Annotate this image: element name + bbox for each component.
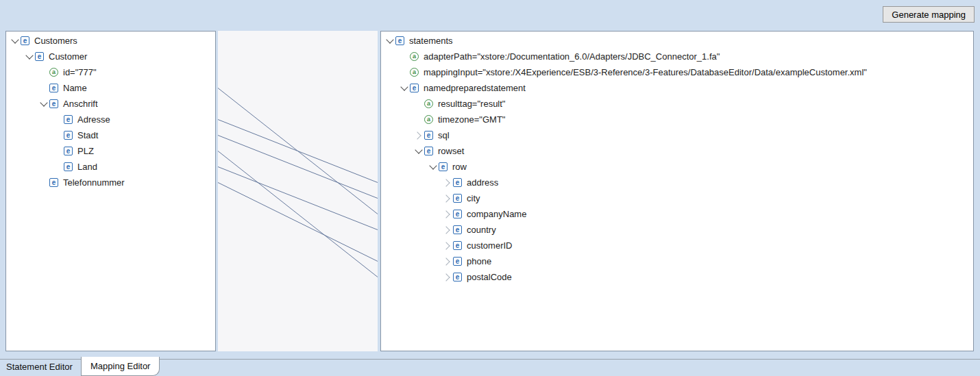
mapping-line-adresse-to-address[interactable]: [218, 120, 378, 183]
mapping-editor-window: Generate mapping eCustomerseCustomeraid=…: [0, 0, 980, 376]
chevron-spacer: [398, 49, 410, 64]
tree-row-city[interactable]: ecity: [381, 190, 973, 206]
tree-node-label: sql: [437, 130, 450, 140]
element-icon: e: [49, 99, 58, 108]
chevron-down-icon[interactable]: [427, 159, 439, 175]
tree-node-label: statements: [408, 36, 453, 46]
element-icon: e: [453, 257, 462, 266]
editor-tab-bar: Statement Editor Mapping Editor: [0, 357, 980, 376]
element-icon: e: [64, 147, 73, 155]
tree-row-plz[interactable]: ePLZ: [6, 143, 215, 159]
tree-node-label: city: [466, 193, 480, 203]
element-icon: e: [453, 194, 462, 203]
tree-node-label: row: [452, 162, 467, 172]
element-icon: e: [21, 36, 29, 45]
tree-row-adresse[interactable]: eAdresse: [6, 112, 215, 127]
mapping-line-land-to-country[interactable]: [218, 167, 378, 230]
attribute-icon: a: [410, 68, 419, 77]
tree-node-label: country: [466, 225, 496, 235]
tree-row-statements[interactable]: estatements: [381, 33, 973, 49]
tab-mapping-editor[interactable]: Mapping Editor: [81, 357, 160, 376]
element-icon: e: [64, 162, 73, 171]
chevron-right-icon[interactable]: [441, 269, 453, 285]
tree-row-customerid[interactable]: ecustomerID: [381, 238, 973, 253]
tree-row-resulttag-result[interactable]: aresulttag="result": [381, 96, 973, 112]
tab-statement-editor[interactable]: Statement Editor: [0, 357, 79, 376]
chevron-down-icon[interactable]: [384, 33, 395, 49]
mapping-line-stadt-to-city[interactable]: [218, 136, 378, 199]
tree-row-country[interactable]: ecountry: [381, 222, 973, 238]
tree-node-label: companyName: [466, 209, 526, 219]
tree-node-label: mappingInput="xstore:/X4Experience/ESB/3…: [423, 67, 867, 77]
tree-row-rowset[interactable]: erowset: [381, 143, 973, 159]
chevron-right-icon[interactable]: [441, 206, 453, 222]
tree-node-label: Customers: [34, 36, 77, 46]
chevron-spacer: [52, 159, 64, 175]
element-icon: e: [49, 178, 58, 187]
tree-row-namedpreparedstatement[interactable]: enamedpreparedstatement: [381, 80, 973, 96]
chevron-right-icon[interactable]: [441, 238, 453, 253]
tree-node-label: customerID: [466, 240, 512, 251]
tree-row-telefonnummer[interactable]: eTelefonnummer: [6, 175, 215, 190]
chevron-spacer: [52, 112, 64, 127]
tree-row-sql[interactable]: esql: [381, 127, 973, 143]
chevron-spacer: [52, 127, 64, 143]
chevron-right-icon[interactable]: [441, 175, 453, 190]
source-tree-panel: eCustomerseCustomeraid="777"eNameeAnschr…: [5, 31, 216, 351]
tree-row-address[interactable]: eaddress: [381, 175, 973, 190]
tree-node-label: namedpreparedstatement: [423, 83, 526, 93]
chevron-right-icon[interactable]: [441, 190, 453, 206]
tree-row-anschrift[interactable]: eAnschrift: [6, 96, 215, 112]
tree-row-mappinginput-xstore-x4experience-esb-3-r[interactable]: amappingInput="xstore:/X4Experience/ESB/…: [381, 64, 973, 80]
element-icon: e: [395, 36, 404, 45]
element-icon: e: [439, 162, 448, 171]
chevron-spacer: [413, 96, 424, 112]
tree-row-id-777[interactable]: aid="777": [6, 64, 215, 80]
element-icon: e: [453, 273, 462, 281]
chevron-down-icon[interactable]: [398, 80, 410, 96]
attribute-icon: a: [424, 99, 433, 108]
tree-row-row[interactable]: erow: [381, 159, 973, 175]
chevron-down-icon[interactable]: [38, 96, 49, 112]
chevron-right-icon[interactable]: [413, 127, 424, 143]
chevron-down-icon[interactable]: [9, 33, 21, 49]
tree-node-label: Name: [62, 83, 87, 93]
tree-node-label: adapterPath="xstore:/Documentation_6.0/A…: [423, 51, 720, 62]
tree-node-label: Telefonnummer: [62, 177, 125, 188]
tree-row-timezone-gmt[interactable]: atimezone="GMT": [381, 112, 973, 127]
chevron-right-icon[interactable]: [441, 253, 453, 269]
target-tree: estatementsaadapterPath="xstore:/Documen…: [381, 32, 973, 285]
tree-row-phone[interactable]: ephone: [381, 253, 973, 269]
mapping-canvas: [218, 31, 378, 351]
tree-row-stadt[interactable]: eStadt: [6, 127, 215, 143]
tree-row-customers[interactable]: eCustomers: [6, 33, 215, 49]
tree-node-label: Anschrift: [62, 99, 98, 109]
generate-mapping-button[interactable]: Generate mapping: [883, 6, 975, 23]
tree-node-label: rowset: [437, 146, 464, 156]
element-icon: e: [35, 52, 44, 61]
chevron-spacer: [52, 143, 64, 159]
tree-row-customer[interactable]: eCustomer: [6, 49, 215, 64]
element-icon: e: [424, 131, 433, 140]
chevron-spacer: [38, 175, 49, 190]
tree-node-label: Adresse: [77, 114, 110, 125]
tree-node-label: timezone="GMT": [437, 114, 505, 125]
element-icon: e: [64, 131, 73, 140]
chevron-spacer: [398, 64, 410, 80]
tree-row-companyname[interactable]: ecompanyName: [381, 206, 973, 222]
tree-node-label: PLZ: [77, 146, 94, 156]
tree-node-label: phone: [466, 256, 491, 266]
tree-node-label: Customer: [48, 51, 87, 62]
chevron-spacer: [38, 64, 49, 80]
mapping-line-telefonnummer-to-phone[interactable]: [218, 183, 378, 262]
tree-row-land[interactable]: eLand: [6, 159, 215, 175]
tree-row-postalcode[interactable]: epostalCode: [381, 269, 973, 285]
tree-row-name[interactable]: eName: [6, 80, 215, 96]
tree-node-label: postalCode: [466, 272, 512, 282]
chevron-right-icon[interactable]: [441, 222, 453, 238]
chevron-down-icon[interactable]: [23, 49, 35, 64]
element-icon: e: [453, 241, 462, 250]
mapping-line-plz-to-postalcode[interactable]: [218, 151, 378, 277]
tree-row-adapterpath-xstore-documentation-6-0-ada[interactable]: aadapterPath="xstore:/Documentation_6.0/…: [381, 49, 973, 64]
chevron-down-icon[interactable]: [413, 143, 424, 159]
